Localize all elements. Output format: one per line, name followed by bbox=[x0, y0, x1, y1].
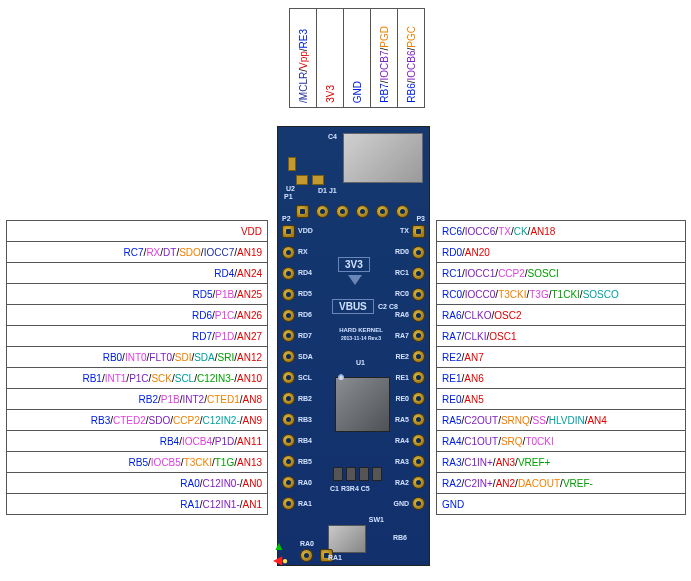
silk-right-13: GND bbox=[393, 500, 409, 521]
pin-row: RB0/INT0/FLT0/SDI/SDA/SRI/AN12 bbox=[7, 347, 268, 368]
silk-left-4: RD6 bbox=[298, 311, 313, 332]
usb-connector bbox=[343, 133, 423, 183]
pin-cell: RA5/C2OUT/SRNQ/SS/HLVDIN/AN4 bbox=[437, 410, 686, 431]
silk-c2c8: C2 C8 bbox=[378, 303, 398, 310]
pad-prog-6 bbox=[396, 205, 409, 218]
pad-left-9 bbox=[282, 413, 295, 426]
chip-dot-icon: ◉ bbox=[338, 373, 344, 381]
pin-row: RD0/AN20 bbox=[437, 242, 686, 263]
origin-axes-icon: ▲ ◀● bbox=[273, 539, 288, 567]
pin-cell: RB3/CTED2/SDO/CCP2/C12IN2-/AN9 bbox=[7, 410, 268, 431]
hdr-mclr-text: /MCLR/Vpp/RE3 bbox=[298, 29, 309, 103]
silk-right-11: RA3 bbox=[393, 458, 409, 479]
pin-cell: RE2/AN7 bbox=[437, 347, 686, 368]
pin-cell: RA6/CLKO/OSC2 bbox=[437, 305, 686, 326]
pin-cell: RB5/IOCB5/T3CKI/T1G/AN13 bbox=[7, 452, 268, 473]
pin-row: VDD bbox=[7, 221, 268, 242]
pin-row: RC7/RX/DT/SDO/IOCC7/AN19 bbox=[7, 242, 268, 263]
pin-row: RD4/AN24 bbox=[7, 263, 268, 284]
hdr-rb6-text: RB6/IOCB6/PGC bbox=[406, 26, 417, 103]
pad-left-7 bbox=[282, 371, 295, 384]
silk-right-2: RC1 bbox=[393, 269, 409, 290]
pin-cell: RD7/P1D/AN27 bbox=[7, 326, 268, 347]
pad-ra0 bbox=[300, 549, 313, 562]
silk-left-3: RD5 bbox=[298, 290, 313, 311]
pin-cell: GND bbox=[437, 494, 686, 515]
pushbutton bbox=[328, 525, 366, 553]
silk-left-9: RB3 bbox=[298, 416, 313, 437]
pin-row: RB1/INT1/P1C/SCK/SCL/C12IN3-/AN10 bbox=[7, 368, 268, 389]
hdr-rb6: RB6/IOCB6/PGC bbox=[397, 8, 425, 108]
silk-right-0: TX bbox=[393, 227, 409, 248]
silk-rb6: RB6 bbox=[393, 534, 407, 541]
pad-left-6 bbox=[282, 350, 295, 363]
pad-right-12 bbox=[412, 476, 425, 489]
silk-right-12: RA2 bbox=[393, 479, 409, 500]
pin-cell: RB1/INT1/P1C/SCK/SCL/C12IN3-/AN10 bbox=[7, 368, 268, 389]
pad-left-0 bbox=[282, 225, 295, 238]
pin-cell: RD6/P1C/AN26 bbox=[7, 305, 268, 326]
pad-right-11 bbox=[412, 455, 425, 468]
smd-1 bbox=[333, 467, 343, 481]
pin-cell: RD5/P1B/AN25 bbox=[7, 284, 268, 305]
pin-row: GND bbox=[437, 494, 686, 515]
pin-cell: RD4/AN24 bbox=[7, 263, 268, 284]
silk-right-9: RA5 bbox=[393, 416, 409, 437]
pin-cell: RA0/C12IN0-/AN0 bbox=[7, 473, 268, 494]
pad-prog-3 bbox=[336, 205, 349, 218]
pin-cell: RA4/C1OUT/SRQ/T0CKI bbox=[437, 431, 686, 452]
hdr-3v3-text: 3V3 bbox=[325, 85, 336, 103]
pad-right-2 bbox=[412, 267, 425, 280]
pin-cell: RC6/IOCC6/TX/CK/AN18 bbox=[437, 221, 686, 242]
pin-row: RE1/AN6 bbox=[437, 368, 686, 389]
pin-row: RA7/CLKI/OSC1 bbox=[437, 326, 686, 347]
silk-left-10: RB4 bbox=[298, 437, 313, 458]
pin-cell: RA3/C1IN+/AN3/VREF+ bbox=[437, 452, 686, 473]
pin-row: RD5/P1B/AN25 bbox=[7, 284, 268, 305]
silk-u2: U2 bbox=[286, 185, 295, 192]
pin-row: RB5/IOCB5/T3CKI/T1G/AN13 bbox=[7, 452, 268, 473]
silk-p2: P2 bbox=[282, 215, 291, 222]
pad-left-8 bbox=[282, 392, 295, 405]
pad-prog-5 bbox=[376, 205, 389, 218]
mcu-chip bbox=[335, 377, 390, 432]
silk-left-0: VDD bbox=[298, 227, 313, 248]
pin-row: RB3/CTED2/SDO/CCP2/C12IN2-/AN9 bbox=[7, 410, 268, 431]
pad-left-4 bbox=[282, 309, 295, 322]
silk-maker: HARD KERNEL bbox=[326, 327, 396, 333]
pin-row: RE0/AN5 bbox=[437, 389, 686, 410]
smd-3 bbox=[359, 467, 369, 481]
pin-cell: RB4/IOCB4/P1D/AN11 bbox=[7, 431, 268, 452]
hdr-rb7: RB7/IOCB7/PGD bbox=[370, 8, 398, 108]
silk-right-10: RA4 bbox=[393, 437, 409, 458]
silk-left-13: RA1 bbox=[298, 500, 313, 521]
pad-right-3 bbox=[412, 288, 425, 301]
silk-left-5: RD7 bbox=[298, 332, 313, 353]
pad-right-4 bbox=[412, 309, 425, 322]
pin-row: RB4/IOCB4/P1D/AN11 bbox=[7, 431, 268, 452]
silk-u1: U1 bbox=[356, 359, 365, 366]
pin-row: RA4/C1OUT/SRQ/T0CKI bbox=[437, 431, 686, 452]
pad-left-13 bbox=[282, 497, 295, 510]
pad-left-1 bbox=[282, 246, 295, 259]
silk-c4: C4 bbox=[328, 133, 337, 140]
silk-p1: P1 bbox=[284, 193, 293, 200]
pin-cell: RB2/P1B/INT2/CTED1/AN8 bbox=[7, 389, 268, 410]
pin-row: RA6/CLKO/OSC2 bbox=[437, 305, 686, 326]
silk-right-7: RE1 bbox=[393, 374, 409, 395]
pad-prog-1 bbox=[296, 205, 309, 218]
pin-row: RC0/IOCC0/T3CKI/T3G/T1CKI/SOSCO bbox=[437, 284, 686, 305]
silk-left-11: RB5 bbox=[298, 458, 313, 479]
pad-right-13 bbox=[412, 497, 425, 510]
pad-right-10 bbox=[412, 434, 425, 447]
pad-right-5 bbox=[412, 329, 425, 342]
pad-right-6 bbox=[412, 350, 425, 363]
silk-left-1: RX bbox=[298, 248, 313, 269]
silk-vbus: VBUS bbox=[332, 299, 374, 314]
silk-left-6: SDA bbox=[298, 353, 313, 374]
pad-right-7 bbox=[412, 371, 425, 384]
pin-row: RD6/P1C/AN26 bbox=[7, 305, 268, 326]
pin-cell: VDD bbox=[7, 221, 268, 242]
pinout-table-left: VDDRC7/RX/DT/SDO/IOCC7/AN19RD4/AN24RD5/P… bbox=[6, 220, 268, 515]
pinout-right-body: RC6/IOCC6/TX/CK/AN18RD0/AN20RC1/IOCC1/CC… bbox=[437, 221, 686, 515]
